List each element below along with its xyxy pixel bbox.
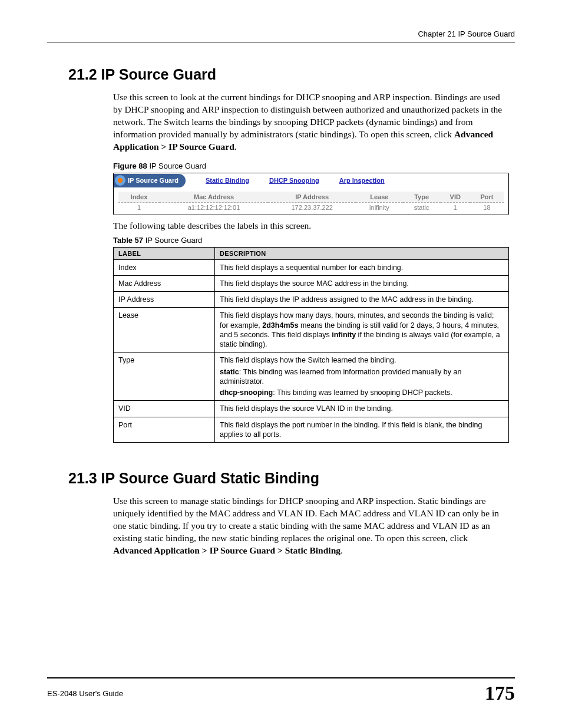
arp-inspection-link[interactable]: Arp Inspection: [339, 177, 385, 184]
figure-top-bar: IP Source Guard Static Binding DHCP Snoo…: [114, 173, 508, 188]
ip-source-guard-chip: IP Source Guard: [114, 174, 186, 187]
col-label: LABEL: [114, 247, 215, 259]
table-row: VIDThis field displays the source VLAN I…: [114, 401, 509, 417]
table-row: IP AddressThis field displays the IP add…: [114, 292, 509, 308]
label-cell: IP Address: [114, 292, 215, 308]
table-57: LABEL DESCRIPTION IndexThis field displa…: [113, 247, 509, 443]
figure-table-row: 1 a1:12:12:12:12:01 172.23.37.222 inifin…: [118, 202, 504, 212]
description-cell: This field displays a sequential number …: [215, 259, 509, 275]
static-binding-link[interactable]: Static Binding: [206, 177, 249, 184]
cell-lease: inifinity: [356, 202, 402, 212]
table-row: LABEL DESCRIPTION: [114, 247, 509, 259]
col-port: Port: [470, 192, 504, 203]
footer-rule: [47, 677, 515, 678]
footer-guide-name: ES-2048 User's Guide: [47, 689, 123, 698]
col-vid: VID: [441, 192, 470, 203]
cell-ip: 172.23.37.222: [268, 202, 356, 212]
figure-table-header-row: Index Mac Address IP Address Lease Type …: [118, 192, 504, 203]
description-cell: This field displays the source VLAN ID i…: [215, 401, 509, 417]
table-caption-rest: IP Source Guard: [143, 236, 202, 245]
label-cell: Mac Address: [114, 275, 215, 291]
section-21-2-heading: 21.2 IP Source Guard: [68, 66, 515, 83]
figure-caption-bold: Figure 88: [113, 162, 147, 170]
col-index: Index: [118, 192, 160, 203]
col-description: DESCRIPTION: [215, 247, 509, 259]
page-footer: ES-2048 User's Guide 175: [47, 677, 515, 704]
table-row: TypeThis field displays how the Switch l…: [114, 353, 509, 401]
section-21-3-paragraph: Use this screen to manage static binding…: [113, 495, 509, 557]
col-type: Type: [403, 192, 441, 203]
figure-88-screenshot: IP Source Guard Static Binding DHCP Snoo…: [113, 173, 509, 215]
para-text: Use this screen to manage static binding…: [113, 496, 499, 543]
table-row: PortThis field displays the port number …: [114, 417, 509, 443]
figure-88-caption: Figure 88 IP Source Guard: [113, 162, 509, 170]
label-cell: Port: [114, 417, 215, 443]
figure-caption-rest: IP Source Guard: [147, 162, 206, 170]
table-57-caption: Table 57 IP Source Guard: [113, 236, 509, 245]
description-cell: This field displays how the Switch learn…: [215, 353, 509, 401]
description-cell: This field displays the IP address assig…: [215, 292, 509, 308]
cell-type: static: [403, 202, 441, 212]
table-caption-bold: Table 57: [113, 236, 143, 245]
col-ip: IP Address: [268, 192, 356, 203]
para-text: Use this screen to look at the current b…: [113, 92, 502, 139]
chip-label: IP Source Guard: [128, 177, 178, 184]
section-21-2-paragraph: Use this screen to look at the current b…: [113, 91, 509, 153]
header-rule: [47, 42, 515, 42]
cell-mac: a1:12:12:12:12:01: [160, 202, 268, 212]
label-cell: Type: [114, 353, 215, 401]
table-row: LeaseThis field displays how many days, …: [114, 308, 509, 353]
label-cell: VID: [114, 401, 215, 417]
dhcp-snooping-link[interactable]: DHCP Snooping: [269, 177, 319, 184]
description-cell: This field displays the port number in t…: [215, 417, 509, 443]
cell-port: 18: [470, 202, 504, 212]
running-header: Chapter 21 IP Source Guard: [47, 29, 515, 38]
figure-88-table: Index Mac Address IP Address Lease Type …: [118, 192, 504, 212]
para-text-end: .: [340, 545, 343, 555]
description-cell: This field displays how many days, hours…: [215, 308, 509, 353]
description-cell: This field displays the source MAC addre…: [215, 275, 509, 291]
col-mac: Mac Address: [160, 192, 268, 203]
label-cell: Index: [114, 259, 215, 275]
table-row: IndexThis field displays a sequential nu…: [114, 259, 509, 275]
section-21-3-heading: 21.3 IP Source Guard Static Binding: [68, 470, 515, 487]
para-bold-path: Advanced Application > IP Source Guard >…: [113, 545, 340, 555]
footer-page-number: 175: [485, 682, 515, 704]
label-cell: Lease: [114, 308, 215, 353]
col-lease: Lease: [356, 192, 402, 203]
table-57-intro: The following table describes the labels…: [113, 220, 509, 232]
chip-dot-icon: [115, 175, 125, 186]
para-text-end: .: [234, 141, 237, 151]
cell-index: 1: [118, 202, 160, 212]
cell-vid: 1: [441, 202, 470, 212]
table-row: Mac AddressThis field displays the sourc…: [114, 275, 509, 291]
